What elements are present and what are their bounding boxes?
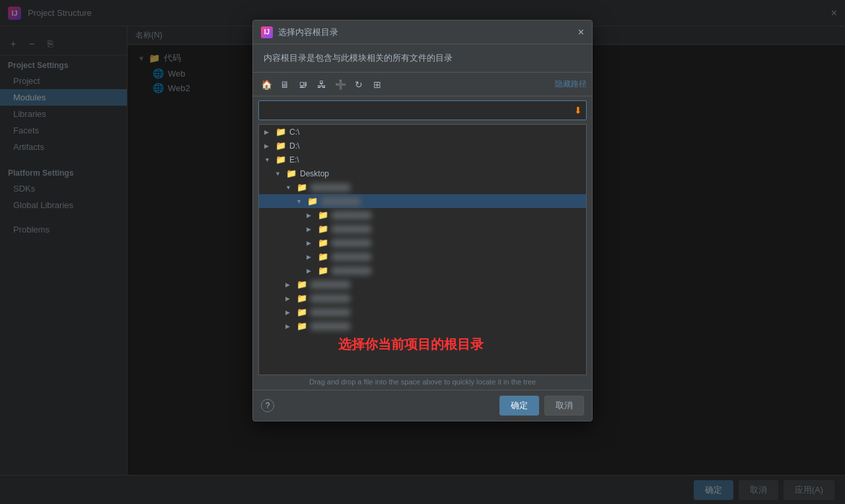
chevron-right-icon11: ▶	[285, 323, 293, 330]
chevron-right-icon6: ▶	[307, 254, 314, 260]
sub1-label	[311, 184, 350, 192]
desktop-icon[interactable]: 🖥	[277, 77, 293, 92]
sub1a3-label	[332, 239, 371, 247]
search-download-icon: ⬇	[574, 105, 582, 116]
modal-button-area: 确定 取消	[279, 396, 584, 415]
folder-sub1-icon: 📁	[297, 182, 307, 192]
chevron-right-icon9: ▶	[285, 295, 293, 302]
modal-toolbar: 🏠 🖥 🖳 🖧 ➕ ↻ ⊞ 隐藏路径	[253, 73, 592, 96]
network-icon[interactable]: 🖧	[314, 77, 330, 92]
sub3-label	[311, 295, 350, 303]
chevron-right-icon4: ▶	[307, 226, 314, 233]
annotation-container: 选择你当前项目的根目录	[259, 333, 586, 353]
sub2-label	[311, 281, 350, 289]
chevron-right-icon7: ▶	[307, 268, 314, 274]
folder-sub1a5-icon: 📁	[318, 266, 328, 275]
modal-tree[interactable]: ▶ 📁 C:\ ▶ 📁 D:\ ▼ 📁 E:\ ▼ 📁 Desktop	[258, 124, 587, 375]
folder-sub5-icon: 📁	[297, 321, 307, 331]
tree-sub1a2[interactable]: ▶ 📁	[259, 222, 586, 236]
chevron-right-icon3: ▶	[307, 212, 314, 219]
folder-c-icon: 📁	[276, 127, 286, 137]
grid-icon[interactable]: ⊞	[369, 77, 385, 92]
folder-d-icon: 📁	[276, 141, 286, 151]
refresh-icon[interactable]: ↻	[351, 77, 367, 92]
tree-c-drive[interactable]: ▶ 📁 C:\	[259, 125, 586, 139]
modal-description: 内容根目录是包含与此模块相关的所有文件的目录	[253, 44, 592, 73]
modal-title-bar: IJ 选择内容根目录 ×	[253, 20, 592, 44]
tree-sub5[interactable]: ▶ 📁	[259, 319, 586, 333]
add-folder-icon[interactable]: ➕	[332, 77, 348, 92]
chevron-down-icon4: ▼	[285, 184, 293, 191]
sub4-label	[311, 308, 350, 316]
modal-bottom: ? 确定 取消	[253, 390, 592, 421]
tree-sub4[interactable]: ▶ 📁	[259, 305, 586, 319]
modal-cancel-button[interactable]: 取消	[544, 396, 584, 415]
sub1a2-label	[332, 225, 371, 233]
modal-title: 选择内容根目录	[278, 26, 578, 38]
chevron-right-icon: ▶	[264, 129, 272, 135]
chevron-right-icon10: ▶	[285, 309, 293, 316]
tree-sub1a3[interactable]: ▶ 📁	[259, 236, 586, 250]
sub1a-label	[321, 198, 361, 205]
d-drive-label: D:\	[289, 141, 299, 151]
folder-sub2-icon: 📁	[297, 279, 307, 289]
tree-sub1a4[interactable]: ▶ 📁	[259, 250, 586, 264]
modal-help-icon[interactable]: ?	[261, 399, 274, 412]
folder-sub3-icon: 📁	[297, 293, 307, 303]
folder-e-icon: 📁	[276, 155, 286, 164]
modal-overlay: IJ 选择内容根目录 × 内容根目录是包含与此模块相关的所有文件的目录 🏠 🖥 …	[0, 0, 845, 504]
folder-desktop-icon: 📁	[286, 168, 297, 178]
modal-dialog: IJ 选择内容根目录 × 内容根目录是包含与此模块相关的所有文件的目录 🏠 🖥 …	[252, 20, 593, 421]
e-drive-label: E:\	[289, 155, 299, 164]
home-icon[interactable]: 🏠	[258, 77, 274, 92]
drag-hint: Drag and drop a file into the space abov…	[253, 375, 592, 390]
tree-e-drive[interactable]: ▼ 📁 E:\	[259, 153, 586, 166]
folder-sub4-icon: 📁	[297, 307, 307, 317]
search-bar: ⬇	[258, 100, 587, 120]
folder-sub1a3-icon: 📁	[318, 238, 328, 248]
chevron-right-icon2: ▶	[264, 143, 272, 149]
monitor-icon[interactable]: 🖳	[295, 77, 311, 92]
sub1a1-label	[332, 211, 371, 219]
folder-sub1a1-icon: 📁	[318, 210, 328, 220]
tree-desktop[interactable]: ▼ 📁 Desktop	[259, 166, 586, 180]
modal-logo: IJ	[261, 26, 273, 38]
modal-close-icon[interactable]: ×	[578, 26, 584, 38]
sub1a5-label	[332, 267, 371, 275]
desktop-label: Desktop	[300, 169, 329, 178]
tree-d-drive[interactable]: ▶ 📁 D:\	[259, 139, 586, 153]
hidden-path-link[interactable]: 隐藏路径	[555, 79, 587, 90]
chevron-down-icon5: ▼	[296, 198, 304, 205]
folder-sub1a2-icon: 📁	[318, 224, 328, 234]
c-drive-label: C:\	[289, 127, 299, 137]
tree-sub1[interactable]: ▼ 📁	[259, 180, 586, 194]
chevron-right-icon5: ▶	[307, 240, 314, 246]
tree-sub2[interactable]: ▶ 📁	[259, 277, 586, 291]
sub1a4-label	[332, 253, 371, 261]
chevron-right-icon8: ▶	[285, 281, 293, 288]
chevron-down-icon3: ▼	[275, 170, 283, 177]
folder-sub1a-icon: 📁	[307, 196, 318, 206]
tree-sub1a1[interactable]: ▶ 📁	[259, 208, 586, 222]
tree-sub3[interactable]: ▶ 📁	[259, 291, 586, 305]
chevron-down-icon2: ▼	[264, 157, 272, 163]
tree-sub1a[interactable]: ▼ 📁	[259, 194, 586, 208]
folder-sub1a4-icon: 📁	[318, 252, 328, 262]
tree-sub1a5[interactable]: ▶ 📁	[259, 264, 586, 277]
search-input[interactable]	[263, 106, 574, 116]
sub5-label	[311, 322, 350, 330]
annotation-label: 选择你当前项目的根目录	[338, 336, 484, 353]
modal-confirm-button[interactable]: 确定	[499, 396, 539, 415]
